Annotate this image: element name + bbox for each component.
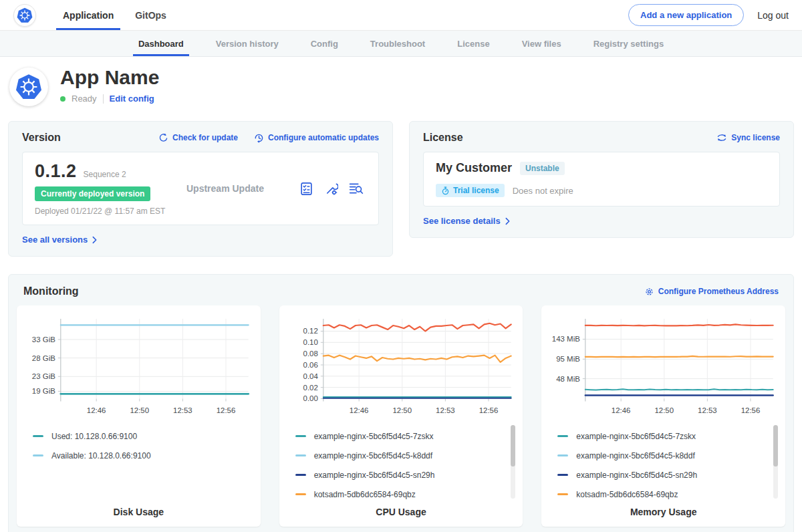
- topnav-right: Add a new application Log out: [628, 4, 789, 26]
- configure-automatic-updates-link[interactable]: Configure automatic updates: [254, 133, 379, 143]
- legend-label: example-nginx-5bc6f5d4c5-sn29h: [314, 471, 435, 480]
- chart-legend: Used: 10.128.0.66:9100Available: 10.128.…: [23, 422, 254, 503]
- legend-dash-icon: [557, 454, 568, 456]
- svg-text:0.00: 0.00: [303, 394, 317, 402]
- svg-text:12:56: 12:56: [741, 406, 761, 414]
- legend-dash-icon: [557, 493, 568, 495]
- svg-text:33 GiB: 33 GiB: [32, 336, 55, 344]
- chart-legend: example-nginx-5bc6f5d4c5-7zskxexample-ng…: [286, 422, 517, 503]
- chart-legend: example-nginx-5bc6f5d4c5-7zskxexample-ng…: [548, 422, 779, 503]
- subnav-tab-dashboard[interactable]: Dashboard: [122, 31, 200, 56]
- svg-text:0.10: 0.10: [303, 338, 317, 346]
- subnav-tab-view-files[interactable]: View files: [506, 31, 577, 56]
- configure-prometheus-link[interactable]: Configure Prometheus Address: [644, 287, 779, 297]
- svg-text:12:56: 12:56: [479, 406, 498, 414]
- config-wrench-icon[interactable]: [324, 182, 338, 196]
- kubernetes-logo-icon[interactable]: [13, 4, 36, 27]
- svg-text:0.12: 0.12: [303, 327, 317, 335]
- legend-item: Used: 10.128.0.66:9100: [33, 426, 250, 446]
- svg-text:12:50: 12:50: [392, 406, 412, 414]
- version-sequence: Sequence 2: [84, 170, 126, 179]
- sync-arrows-icon: [716, 132, 727, 143]
- svg-text:0.06: 0.06: [303, 361, 317, 369]
- legend-item: example-nginx-5bc6f5d4c5-7zskx: [557, 426, 775, 446]
- topnav-tab-application[interactable]: Application: [52, 0, 124, 30]
- version-panel: Version Check for update: [8, 121, 393, 257]
- view-diff-icon[interactable]: [349, 181, 364, 196]
- chart-plot-disk-usage: 33 GiB28 GiB23 GiB19 GiB12:4612:5012:531…: [23, 313, 254, 422]
- legend-item: example-nginx-5bc6f5d4c5-sn29h: [557, 465, 775, 485]
- svg-text:12:53: 12:53: [698, 406, 717, 414]
- chevron-right-icon: [505, 217, 510, 225]
- gear-icon: [644, 287, 654, 297]
- refresh-icon: [158, 133, 168, 143]
- svg-text:23 GiB: 23 GiB: [32, 372, 55, 380]
- subnav-tab-registry-settings[interactable]: Registry settings: [577, 31, 680, 56]
- svg-text:0.08: 0.08: [303, 350, 317, 358]
- version-source: Upstream Update: [186, 183, 299, 194]
- legend-label: kotsadm-5db6dc6584-69qbz: [576, 490, 678, 499]
- chart-card-disk-usage: 33 GiB28 GiB23 GiB19 GiB12:4612:5012:531…: [17, 305, 261, 527]
- subnav-tab-config[interactable]: Config: [295, 31, 354, 56]
- legend-scrollbar-thumb[interactable]: [511, 425, 515, 467]
- version-number: 0.1.2: [35, 161, 77, 182]
- divider: [103, 94, 104, 104]
- legend-label: Available: 10.128.0.66:9100: [51, 451, 151, 460]
- license-panel: License Sync license: [409, 121, 794, 238]
- license-expiry: Does not expire: [513, 186, 573, 196]
- svg-text:19 GiB: 19 GiB: [32, 387, 55, 395]
- legend-scrollbar-thumb[interactable]: [773, 425, 778, 467]
- schedule-icon: [254, 133, 264, 143]
- legend-label: example-nginx-5bc6f5d4c5-k8ddf: [314, 451, 432, 460]
- subnav-tab-license[interactable]: License: [441, 31, 505, 56]
- subnav-tab-version-history[interactable]: Version history: [200, 31, 295, 56]
- trial-license-badge: Trial license: [436, 184, 505, 197]
- legend-item: kotsadm-5db6dc6584-69qbz: [295, 485, 513, 504]
- top-nav: ApplicationGitOps Add a new application …: [0, 0, 802, 31]
- subnav-tab-troubleshoot[interactable]: Troubleshoot: [354, 31, 441, 56]
- app-logo-icon: [9, 68, 48, 106]
- edit-config-link[interactable]: Edit config: [110, 94, 154, 104]
- see-all-versions-link[interactable]: See all versions: [22, 235, 97, 245]
- add-application-button[interactable]: Add a new application: [628, 4, 744, 26]
- check-for-update-link[interactable]: Check for update: [158, 133, 238, 143]
- deployed-badge: Currently deployed version: [35, 186, 150, 201]
- see-license-details-link[interactable]: See license details: [423, 216, 510, 226]
- chart-title: Memory Usage: [548, 507, 779, 517]
- legend-label: example-nginx-5bc6f5d4c5-sn29h: [576, 471, 697, 480]
- legend-label: example-nginx-5bc6f5d4c5-7zskx: [314, 432, 434, 441]
- monitoring-panel: Monitoring Configure Prometheus Address …: [8, 274, 794, 532]
- chart-title: Disk Usage: [23, 507, 254, 517]
- legend-dash-icon: [295, 454, 306, 456]
- svg-text:28 GiB: 28 GiB: [32, 354, 55, 362]
- topnav-tab-gitops[interactable]: GitOps: [124, 0, 177, 30]
- channel-badge: Unstable: [520, 162, 565, 175]
- preflight-checks-icon[interactable]: [299, 182, 313, 196]
- current-version-card: 0.1.2 Sequence 2 Currently deployed vers…: [22, 152, 379, 225]
- legend-dash-icon: [557, 474, 568, 476]
- legend-label: example-nginx-5bc6f5d4c5-7zskx: [576, 432, 696, 441]
- legend-dash-icon: [295, 435, 306, 437]
- legend-item: Available: 10.128.0.66:9100: [33, 446, 250, 465]
- chart-plot-memory-usage: 143 MiB95 MiB48 MiB12:4612:5012:5312:56: [548, 313, 779, 422]
- svg-text:12:53: 12:53: [173, 406, 192, 414]
- logout-link[interactable]: Log out: [757, 10, 789, 21]
- svg-text:12:46: 12:46: [87, 406, 106, 414]
- legend-label: kotsadm-5db6dc6584-69qbz: [314, 490, 416, 499]
- svg-text:12:53: 12:53: [436, 406, 455, 414]
- legend-dash-icon: [33, 454, 43, 456]
- legend-scrollbar[interactable]: [773, 425, 778, 499]
- sync-license-link[interactable]: Sync license: [716, 132, 780, 143]
- svg-text:12:50: 12:50: [655, 406, 674, 414]
- license-card: My Customer Unstable: [423, 152, 780, 207]
- page-title: App Name: [60, 66, 159, 89]
- legend-item: example-nginx-5bc6f5d4c5-7zskx: [295, 426, 513, 446]
- chart-plot-cpu-usage: 0.120.100.080.060.040.020.0012:4612:5012…: [286, 313, 517, 422]
- monitoring-title: Monitoring: [23, 285, 79, 297]
- svg-text:12:56: 12:56: [217, 406, 236, 414]
- svg-text:0.04: 0.04: [303, 372, 318, 380]
- deployed-timestamp: Deployed 01/21/22 @ 11:57 am EST: [35, 207, 178, 216]
- version-panel-title: Version: [22, 132, 61, 144]
- legend-scrollbar[interactable]: [511, 425, 515, 499]
- status-dot: [60, 96, 65, 102]
